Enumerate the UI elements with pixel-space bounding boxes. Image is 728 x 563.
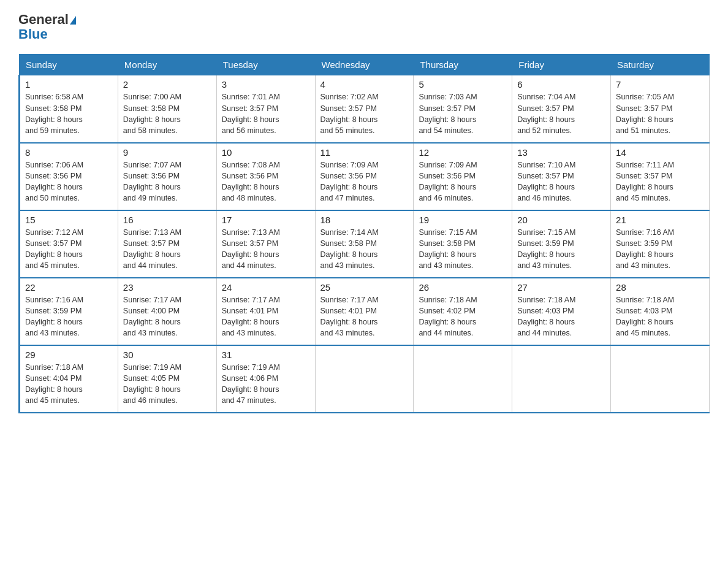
calendar-week-row: 8Sunrise: 7:06 AMSunset: 3:56 PMDaylight… xyxy=(20,143,710,210)
day-number: 5 xyxy=(419,79,507,90)
day-number: 26 xyxy=(419,282,507,293)
calendar-cell: 8Sunrise: 7:06 AMSunset: 3:56 PMDaylight… xyxy=(20,143,118,210)
calendar-cell: 10Sunrise: 7:08 AMSunset: 3:56 PMDayligh… xyxy=(216,143,315,210)
day-number: 2 xyxy=(123,79,211,90)
calendar-cell: 27Sunrise: 7:18 AMSunset: 4:03 PMDayligh… xyxy=(512,278,611,345)
calendar-week-row: 1Sunrise: 6:58 AMSunset: 3:58 PMDaylight… xyxy=(20,75,710,143)
calendar-cell xyxy=(414,345,512,413)
day-info: Sunrise: 7:01 AMSunset: 3:57 PMDaylight:… xyxy=(222,91,310,136)
day-number: 15 xyxy=(25,215,113,225)
day-number: 23 xyxy=(123,282,211,293)
day-info: Sunrise: 7:08 AMSunset: 3:56 PMDaylight:… xyxy=(222,159,310,204)
col-header-monday: Monday xyxy=(118,55,216,75)
day-info: Sunrise: 7:13 AMSunset: 3:57 PMDaylight:… xyxy=(123,227,211,272)
calendar-cell: 1Sunrise: 6:58 AMSunset: 3:58 PMDaylight… xyxy=(20,75,118,143)
day-info: Sunrise: 7:14 AMSunset: 3:58 PMDaylight:… xyxy=(320,227,409,272)
calendar-cell: 2Sunrise: 7:00 AMSunset: 3:58 PMDaylight… xyxy=(118,75,216,143)
day-number: 4 xyxy=(320,79,409,90)
calendar-header-row: SundayMondayTuesdayWednesdayThursdayFrid… xyxy=(20,55,710,75)
day-info: Sunrise: 7:10 AMSunset: 3:57 PMDaylight:… xyxy=(517,159,605,204)
calendar-cell: 15Sunrise: 7:12 AMSunset: 3:57 PMDayligh… xyxy=(20,210,118,278)
col-header-friday: Friday xyxy=(512,55,611,75)
calendar-cell: 21Sunrise: 7:16 AMSunset: 3:59 PMDayligh… xyxy=(611,210,710,278)
day-number: 18 xyxy=(320,215,409,225)
day-number: 20 xyxy=(517,215,605,225)
day-info: Sunrise: 7:04 AMSunset: 3:57 PMDaylight:… xyxy=(517,91,605,136)
day-number: 1 xyxy=(25,79,113,90)
day-info: Sunrise: 7:00 AMSunset: 3:58 PMDaylight:… xyxy=(123,91,211,136)
day-info: Sunrise: 7:02 AMSunset: 3:57 PMDaylight:… xyxy=(320,91,409,136)
day-info: Sunrise: 6:58 AMSunset: 3:58 PMDaylight:… xyxy=(25,91,113,136)
calendar-cell: 7Sunrise: 7:05 AMSunset: 3:57 PMDaylight… xyxy=(611,75,710,143)
logo: General Blue xyxy=(18,12,76,42)
calendar-table: SundayMondayTuesdayWednesdayThursdayFrid… xyxy=(18,54,710,413)
day-number: 29 xyxy=(25,350,113,360)
calendar-cell xyxy=(512,345,611,413)
day-info: Sunrise: 7:12 AMSunset: 3:57 PMDaylight:… xyxy=(25,227,113,272)
logo-general: General xyxy=(18,12,76,27)
calendar-cell: 4Sunrise: 7:02 AMSunset: 3:57 PMDaylight… xyxy=(315,75,414,143)
day-info: Sunrise: 7:19 AMSunset: 4:05 PMDaylight:… xyxy=(123,362,211,407)
calendar-cell: 13Sunrise: 7:10 AMSunset: 3:57 PMDayligh… xyxy=(512,143,611,210)
day-number: 30 xyxy=(123,350,211,360)
day-number: 9 xyxy=(123,147,211,158)
col-header-sunday: Sunday xyxy=(20,55,118,75)
calendar-cell: 29Sunrise: 7:18 AMSunset: 4:04 PMDayligh… xyxy=(20,345,118,413)
calendar-cell: 14Sunrise: 7:11 AMSunset: 3:57 PMDayligh… xyxy=(611,143,710,210)
day-info: Sunrise: 7:18 AMSunset: 4:02 PMDaylight:… xyxy=(419,294,507,339)
calendar-cell: 26Sunrise: 7:18 AMSunset: 4:02 PMDayligh… xyxy=(414,278,512,345)
calendar-cell: 28Sunrise: 7:18 AMSunset: 4:03 PMDayligh… xyxy=(611,278,710,345)
calendar-cell: 6Sunrise: 7:04 AMSunset: 3:57 PMDaylight… xyxy=(512,75,611,143)
day-info: Sunrise: 7:17 AMSunset: 4:00 PMDaylight:… xyxy=(123,294,211,339)
col-header-tuesday: Tuesday xyxy=(216,55,315,75)
calendar-cell: 17Sunrise: 7:13 AMSunset: 3:57 PMDayligh… xyxy=(216,210,315,278)
day-number: 19 xyxy=(419,215,507,225)
day-number: 6 xyxy=(517,79,605,90)
day-number: 28 xyxy=(616,282,704,293)
day-info: Sunrise: 7:06 AMSunset: 3:56 PMDaylight:… xyxy=(25,159,113,204)
day-info: Sunrise: 7:18 AMSunset: 4:04 PMDaylight:… xyxy=(25,362,113,407)
day-info: Sunrise: 7:09 AMSunset: 3:56 PMDaylight:… xyxy=(419,159,507,204)
logo-blue: Blue xyxy=(18,27,76,42)
day-number: 11 xyxy=(320,147,409,158)
day-info: Sunrise: 7:13 AMSunset: 3:57 PMDaylight:… xyxy=(222,227,310,272)
day-number: 24 xyxy=(222,282,310,293)
calendar-cell: 19Sunrise: 7:15 AMSunset: 3:58 PMDayligh… xyxy=(414,210,512,278)
day-info: Sunrise: 7:15 AMSunset: 3:58 PMDaylight:… xyxy=(419,227,507,272)
day-number: 7 xyxy=(616,79,704,90)
calendar-cell: 31Sunrise: 7:19 AMSunset: 4:06 PMDayligh… xyxy=(216,345,315,413)
day-info: Sunrise: 7:15 AMSunset: 3:59 PMDaylight:… xyxy=(517,227,605,272)
day-number: 31 xyxy=(222,350,310,360)
day-number: 8 xyxy=(25,147,113,158)
day-info: Sunrise: 7:17 AMSunset: 4:01 PMDaylight:… xyxy=(320,294,409,339)
day-info: Sunrise: 7:18 AMSunset: 4:03 PMDaylight:… xyxy=(517,294,605,339)
day-number: 27 xyxy=(517,282,605,293)
day-number: 22 xyxy=(25,282,113,293)
day-info: Sunrise: 7:07 AMSunset: 3:56 PMDaylight:… xyxy=(123,159,211,204)
day-info: Sunrise: 7:18 AMSunset: 4:03 PMDaylight:… xyxy=(616,294,704,339)
calendar-cell: 20Sunrise: 7:15 AMSunset: 3:59 PMDayligh… xyxy=(512,210,611,278)
day-info: Sunrise: 7:11 AMSunset: 3:57 PMDaylight:… xyxy=(616,159,704,204)
calendar-cell: 11Sunrise: 7:09 AMSunset: 3:56 PMDayligh… xyxy=(315,143,414,210)
calendar-cell: 3Sunrise: 7:01 AMSunset: 3:57 PMDaylight… xyxy=(216,75,315,143)
calendar-week-row: 29Sunrise: 7:18 AMSunset: 4:04 PMDayligh… xyxy=(20,345,710,413)
day-info: Sunrise: 7:09 AMSunset: 3:56 PMDaylight:… xyxy=(320,159,409,204)
calendar-cell: 16Sunrise: 7:13 AMSunset: 3:57 PMDayligh… xyxy=(118,210,216,278)
day-info: Sunrise: 7:05 AMSunset: 3:57 PMDaylight:… xyxy=(616,91,704,136)
day-number: 14 xyxy=(616,147,704,158)
day-info: Sunrise: 7:17 AMSunset: 4:01 PMDaylight:… xyxy=(222,294,310,339)
day-number: 16 xyxy=(123,215,211,225)
day-number: 25 xyxy=(320,282,409,293)
day-number: 21 xyxy=(616,215,704,225)
col-header-saturday: Saturday xyxy=(611,55,710,75)
day-number: 13 xyxy=(517,147,605,158)
calendar-cell: 5Sunrise: 7:03 AMSunset: 3:57 PMDaylight… xyxy=(414,75,512,143)
calendar-cell: 23Sunrise: 7:17 AMSunset: 4:00 PMDayligh… xyxy=(118,278,216,345)
calendar-cell: 30Sunrise: 7:19 AMSunset: 4:05 PMDayligh… xyxy=(118,345,216,413)
calendar-cell: 12Sunrise: 7:09 AMSunset: 3:56 PMDayligh… xyxy=(414,143,512,210)
page-header: General Blue xyxy=(18,12,710,42)
calendar-week-row: 15Sunrise: 7:12 AMSunset: 3:57 PMDayligh… xyxy=(20,210,710,278)
calendar-cell: 22Sunrise: 7:16 AMSunset: 3:59 PMDayligh… xyxy=(20,278,118,345)
calendar-week-row: 22Sunrise: 7:16 AMSunset: 3:59 PMDayligh… xyxy=(20,278,710,345)
day-number: 17 xyxy=(222,215,310,225)
